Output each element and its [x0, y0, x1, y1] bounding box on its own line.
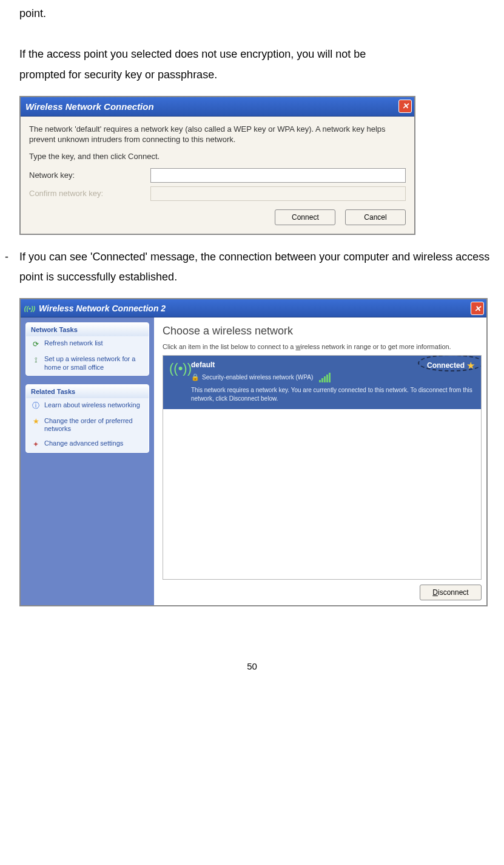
wireless-icon: ((•)) [24, 303, 35, 314]
network-list: ((•)) default Connected ★ 🔒 [163, 355, 482, 580]
dialog2-sidebar: Network Tasks ⟳ Refresh network list ⟟ S… [21, 317, 154, 605]
signal-icon: ((•)) [169, 362, 191, 375]
dialog1-title: Wireless Network Connection [25, 101, 154, 112]
network-tasks-panel: Network Tasks ⟳ Refresh network list ⟟ S… [25, 322, 149, 376]
network-tasks-header: Network Tasks [26, 323, 149, 336]
dialog1-text2: Type the key, and then click Connect. [29, 151, 406, 162]
network-description: This network requires a network key. You… [191, 386, 475, 403]
antenna-icon: ⟟ [31, 355, 41, 365]
signal-bars-icon [319, 373, 332, 382]
network-name: default [191, 361, 215, 370]
doc-para-1a: If the access point you selected does no… [0, 44, 504, 64]
network-security: Security-enabled wireless network (WPA) [202, 374, 313, 381]
advanced-settings-link[interactable]: ✦ Change advanced settings [26, 436, 149, 452]
network-key-label: Network key: [29, 171, 150, 180]
info-icon: ⓘ [31, 401, 41, 411]
dialog2-titlebar: ((•)) Wireless Network Connection 2 ✕ [21, 299, 486, 317]
lock-icon: 🔒 [191, 373, 200, 381]
bullet-dash: - [5, 247, 19, 288]
connect-button[interactable]: Connect [275, 209, 335, 225]
network-key-dialog: Wireless Network Connection ✕ The networ… [19, 96, 415, 235]
choose-network-heading: Choose a wireless network [163, 325, 482, 338]
change-order-link[interactable]: ★ Change the order of preferred networks [26, 414, 149, 437]
star-icon: ★ [31, 417, 41, 427]
network-key-input[interactable] [150, 168, 406, 183]
refresh-link[interactable]: ⟳ Refresh network list [26, 336, 149, 352]
dialog1-titlebar: Wireless Network Connection ✕ [21, 97, 414, 117]
dialog2-title: Wireless Network Connection 2 [39, 304, 166, 313]
disconnect-label: isconnect [438, 588, 469, 597]
network-item-default[interactable]: ((•)) default Connected ★ 🔒 [163, 356, 481, 409]
confirm-key-input [150, 186, 406, 201]
doc-bullet-2: If you can see 'Connected' message, the … [19, 247, 497, 288]
setup-network-link[interactable]: ⟟ Set up a wireless network for a home o… [26, 352, 149, 375]
close-icon[interactable]: ✕ [471, 302, 484, 315]
doc-para-1b: prompted for security key or passphrase. [0, 65, 504, 85]
refresh-icon: ⟳ [31, 339, 41, 349]
close-icon[interactable]: ✕ [398, 100, 412, 113]
learn-link[interactable]: ⓘ Learn about wireless networking [26, 398, 149, 414]
confirm-key-label: Confirm network key: [29, 189, 150, 198]
favorite-star-icon: ★ [467, 361, 475, 370]
related-tasks-panel: Related Tasks ⓘ Learn about wireless net… [25, 384, 149, 453]
disconnect-button[interactable]: Disconnect [420, 585, 482, 600]
dialog2-main: Choose a wireless network Click an item … [154, 317, 486, 605]
dialog1-body: The network 'default' requires a network… [21, 117, 414, 234]
page-number: 50 [0, 661, 504, 671]
cancel-button[interactable]: Cancel [345, 209, 406, 225]
choose-network-subtext: Click an item in the list below to conne… [163, 342, 482, 351]
doc-line-point: point. [0, 4, 504, 24]
related-tasks-header: Related Tasks [26, 385, 149, 398]
gear-icon: ✦ [31, 439, 41, 449]
dialog1-text1: The network 'default' requires a network… [29, 124, 406, 145]
wireless-connection-window: ((•)) Wireless Network Connection 2 ✕ Ne… [19, 298, 488, 606]
network-status: Connected ★ [427, 361, 475, 370]
